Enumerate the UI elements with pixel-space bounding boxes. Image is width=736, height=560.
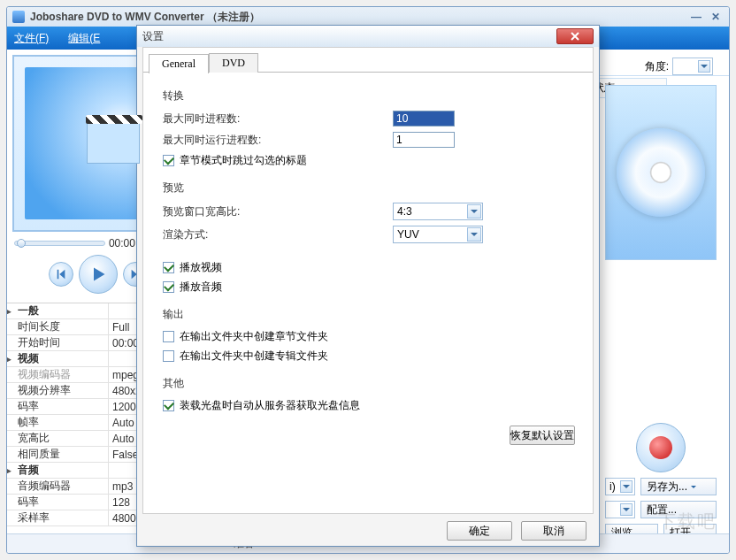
prop-acodec-k: 音频编码器 bbox=[16, 479, 109, 494]
minimize-button[interactable]: — bbox=[688, 11, 704, 23]
chapter-folder-checkbox[interactable] bbox=[163, 331, 174, 342]
settings-dialog: 设置 General DVD 转换 最大同时进程数: 最大同时运行进程数: 章节… bbox=[136, 25, 600, 547]
app-icon bbox=[12, 11, 25, 23]
aspect-label: 预览窗口宽高比: bbox=[163, 204, 393, 219]
album-folder-checkbox[interactable] bbox=[163, 350, 174, 362]
prop-vqual-k: 相同质量 bbox=[16, 447, 109, 462]
convert-button[interactable] bbox=[636, 423, 686, 472]
cancel-button[interactable]: 取消 bbox=[521, 521, 586, 541]
play-audio-label: 播放音频 bbox=[180, 280, 222, 295]
save-as-label: 另存为... bbox=[647, 479, 687, 495]
dialog-close-button[interactable] bbox=[556, 28, 594, 44]
configure-label: 配置... bbox=[647, 502, 677, 518]
seek-slider[interactable] bbox=[14, 241, 105, 246]
section-convert: 转换 bbox=[163, 88, 575, 104]
prop-vres-k: 视频分辨率 bbox=[16, 383, 109, 398]
prop-section-audio: 音频 bbox=[16, 463, 109, 478]
section-preview: 预览 bbox=[163, 180, 575, 196]
prop-start-k: 开始时间 bbox=[16, 335, 109, 350]
fetch-info-checkbox[interactable] bbox=[163, 400, 174, 411]
aspect-select[interactable]: 4:3 bbox=[393, 203, 483, 220]
play-audio-checkbox[interactable] bbox=[163, 281, 174, 293]
prop-arate-k: 采样率 bbox=[16, 510, 109, 525]
format-ext: i) bbox=[610, 480, 616, 493]
album-folder-label: 在输出文件夹中创建专辑文件夹 bbox=[180, 349, 328, 364]
disc-panel bbox=[605, 85, 717, 260]
titlebar: Joboshare DVD to WMV Converter （未注册） — ✕ bbox=[7, 7, 729, 27]
aspect-value: 4:3 bbox=[397, 205, 412, 218]
chapter-folder-label: 在输出文件夹中创建章节文件夹 bbox=[180, 329, 328, 344]
play-video-label: 播放视频 bbox=[180, 260, 222, 275]
render-label: 渲染方式: bbox=[163, 227, 393, 242]
prop-section-video: 视频 bbox=[16, 351, 109, 366]
angle-select[interactable] bbox=[672, 58, 713, 75]
prop-duration-k: 时间长度 bbox=[16, 319, 109, 334]
max-run-input[interactable] bbox=[393, 132, 455, 148]
play-video-checkbox[interactable] bbox=[163, 262, 174, 273]
tab-general[interactable]: General bbox=[149, 54, 209, 73]
format-select[interactable]: i) bbox=[605, 478, 635, 495]
menu-file[interactable]: 文件(F) bbox=[14, 31, 49, 46]
angle-label: 角度: bbox=[645, 59, 669, 74]
menu-edit[interactable]: 编辑(E bbox=[68, 31, 100, 46]
section-output: 输出 bbox=[163, 307, 575, 322]
dialog-title: 设置 bbox=[142, 29, 556, 44]
dialog-titlebar: 设置 bbox=[137, 26, 599, 47]
prop-vbit-k: 码率 bbox=[16, 399, 109, 414]
configure-button[interactable]: 配置... bbox=[640, 501, 717, 518]
max-run-label: 最大同时运行进程数: bbox=[163, 133, 393, 148]
max-proc-input[interactable] bbox=[393, 111, 455, 127]
max-proc-label: 最大同时进程数: bbox=[163, 111, 393, 127]
prop-vaspect-k: 宽高比 bbox=[16, 431, 109, 446]
profile-select[interactable] bbox=[605, 501, 635, 518]
render-select[interactable]: YUV bbox=[393, 226, 483, 243]
tab-dvd[interactable]: DVD bbox=[209, 53, 258, 73]
skip-chapter-label: 章节模式时跳过勾选的标题 bbox=[180, 153, 307, 168]
prop-vcodec-k: 视频编码器 bbox=[16, 367, 109, 382]
render-value: YUV bbox=[397, 228, 419, 241]
prop-section-general: 一般 bbox=[16, 303, 109, 318]
save-as-button[interactable]: 另存为... bbox=[640, 478, 717, 495]
window-title: Joboshare DVD to WMV Converter （未注册） bbox=[30, 10, 685, 25]
prop-vfps-k: 帧率 bbox=[16, 415, 109, 430]
close-button[interactable]: ✕ bbox=[708, 11, 724, 23]
prev-button[interactable] bbox=[49, 262, 73, 287]
record-icon bbox=[649, 436, 672, 459]
play-button[interactable] bbox=[79, 255, 118, 294]
skip-chapter-checkbox[interactable] bbox=[163, 155, 174, 166]
disc-icon bbox=[617, 128, 705, 217]
section-other: 其他 bbox=[163, 376, 575, 391]
fetch-info-label: 装载光盘时自动从服务器获取光盘信息 bbox=[180, 398, 360, 413]
ok-button[interactable]: 确定 bbox=[447, 521, 512, 541]
prop-abit-k: 码率 bbox=[16, 495, 109, 510]
clapperboard-icon bbox=[87, 123, 140, 164]
restore-defaults-button[interactable]: 恢复默认设置 bbox=[510, 426, 575, 445]
